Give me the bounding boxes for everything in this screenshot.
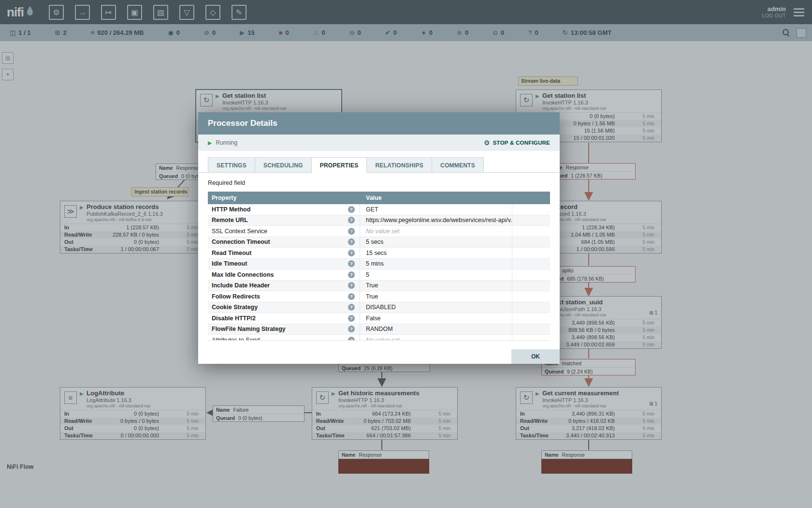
property-name: SSL Context Service?: [208, 226, 360, 237]
running-state-icon: ▶: [208, 140, 212, 146]
row-filler: [512, 248, 550, 258]
property-name: FlowFile Naming Strategy?: [208, 324, 360, 335]
property-row: Cookie Strategy?DISABLED: [208, 302, 550, 314]
help-icon[interactable]: ?: [348, 206, 355, 213]
property-value[interactable]: No value set: [360, 335, 512, 341]
help-icon[interactable]: ?: [348, 304, 355, 311]
tab-properties[interactable]: PROPERTIES: [312, 157, 367, 173]
required-field-note: Required field: [208, 179, 550, 186]
row-filler: [512, 324, 550, 335]
property-name-text: SSL Context Service: [212, 228, 267, 235]
help-icon[interactable]: ?: [348, 217, 355, 224]
row-filler: [512, 291, 550, 302]
help-icon[interactable]: ?: [348, 260, 355, 267]
help-icon[interactable]: ?: [348, 326, 355, 332]
property-value-text: No value set: [366, 337, 399, 341]
property-name: Attributes to Send?: [208, 335, 360, 341]
row-filler: [512, 237, 550, 248]
property-row: Follow Redirects?True: [208, 291, 550, 302]
property-name: Include Date Header?: [208, 281, 360, 291]
property-value[interactable]: DISABLED: [360, 302, 512, 313]
property-value[interactable]: True: [360, 281, 512, 291]
property-value-text: No value set: [366, 228, 399, 235]
property-name-text: Include Date Header: [212, 282, 270, 289]
properties-table-body: HTTP Method?GETRemote URL?https://www.pe…: [208, 204, 550, 341]
property-name: Cookie Strategy?: [208, 302, 360, 313]
property-name-text: HTTP Method: [212, 206, 250, 213]
property-name-text: Remote URL: [212, 217, 248, 224]
dialog-title: Processor Details: [198, 112, 560, 134]
help-icon[interactable]: ?: [348, 337, 355, 341]
property-value-text: RANDOM: [366, 326, 393, 332]
property-name-text: Read Timeout: [212, 250, 251, 256]
property-name-text: Idle Timeout: [212, 260, 247, 267]
property-value[interactable]: 5: [360, 269, 512, 280]
property-value[interactable]: GET: [360, 204, 512, 215]
processor-details-dialog: Processor Details ▶ Running ⚙ STOP & CON…: [198, 112, 560, 364]
tab-comments[interactable]: COMMENTS: [432, 157, 484, 173]
property-value-text: False: [366, 315, 381, 322]
property-value-text: GET: [366, 206, 378, 213]
property-value-text: DISABLED: [366, 304, 396, 311]
tab-scheduling[interactable]: SCHEDULING: [255, 157, 312, 173]
property-value-text: True: [366, 282, 378, 289]
property-name: Disable HTTP/2?: [208, 313, 360, 324]
help-icon[interactable]: ?: [348, 315, 355, 322]
property-value[interactable]: https://www.pegelonline.wsv.de/webservic…: [360, 215, 512, 226]
property-name-text: FlowFile Naming Strategy: [212, 326, 286, 332]
property-row: Connection Timeout?5 secs: [208, 237, 550, 248]
property-name-text: Cookie Strategy: [212, 304, 258, 311]
help-icon[interactable]: ?: [348, 282, 355, 289]
property-name: Remote URL?: [208, 215, 360, 226]
property-name-text: Follow Redirects: [212, 293, 260, 300]
property-value[interactable]: RANDOM: [360, 324, 512, 335]
property-value[interactable]: False: [360, 313, 512, 324]
property-row: Idle Timeout?5 mins: [208, 259, 550, 270]
stop-configure-label: STOP & CONFIGURE: [493, 140, 550, 146]
row-filler: [512, 215, 550, 226]
nifi-application: nifi ⚙→↦▣▨▽◇✎ admin LOG OUT ◫1 / 1⊞2≡920…: [0, 0, 812, 508]
property-value[interactable]: 15 secs: [360, 248, 512, 258]
property-name-text: Connection Timeout: [212, 239, 270, 245]
property-row: SSL Context Service?No value set: [208, 226, 550, 237]
property-row: HTTP Method?GET: [208, 204, 550, 215]
property-row: Max Idle Connections?5: [208, 269, 550, 281]
help-icon[interactable]: ?: [348, 293, 355, 300]
property-row: FlowFile Naming Strategy?RANDOM: [208, 324, 550, 335]
help-icon[interactable]: ?: [348, 228, 355, 235]
property-value-text: True: [366, 293, 378, 300]
property-name-text: Disable HTTP/2: [212, 315, 256, 322]
row-filler: [512, 269, 550, 280]
property-name: Connection Timeout?: [208, 237, 360, 248]
property-row: Attributes to Send?No value set: [208, 335, 550, 341]
property-value-text: 5: [366, 271, 369, 278]
run-state-label: Running: [216, 139, 237, 146]
property-value-text: https://www.pegelonline.wsv.de/webservic…: [366, 217, 512, 224]
dialog-status-row: ▶ Running ⚙ STOP & CONFIGURE: [198, 134, 560, 151]
property-row: Include Date Header?True: [208, 281, 550, 292]
property-value[interactable]: 5 mins: [360, 259, 512, 269]
help-icon[interactable]: ?: [348, 239, 355, 245]
row-filler: [512, 281, 550, 291]
property-name-text: Attributes to Send: [212, 337, 260, 341]
property-value[interactable]: True: [360, 291, 512, 302]
stop-and-configure-button[interactable]: ⚙ STOP & CONFIGURE: [484, 139, 550, 147]
row-filler: [512, 302, 550, 313]
property-value-text: 5 mins: [366, 260, 384, 267]
properties-table-header: Property Value: [208, 192, 550, 204]
row-filler: [512, 226, 550, 237]
property-name: Max Idle Connections?: [208, 269, 360, 280]
ok-button[interactable]: OK: [511, 349, 560, 364]
run-state-indicator: ▶ Running: [208, 139, 237, 146]
stop-configure-icon: ⚙: [484, 139, 490, 147]
property-value[interactable]: 5 secs: [360, 237, 512, 248]
property-value-text: 5 secs: [366, 239, 383, 245]
help-icon[interactable]: ?: [348, 271, 355, 278]
help-icon[interactable]: ?: [348, 250, 355, 256]
property-value[interactable]: No value set: [360, 226, 512, 237]
property-row: Disable HTTP/2?False: [208, 313, 550, 324]
value-column-header: Value: [360, 192, 382, 204]
tab-relationships[interactable]: RELATIONSHIPS: [367, 157, 432, 173]
tab-settings[interactable]: SETTINGS: [208, 157, 255, 173]
property-column-header: Property: [208, 192, 360, 204]
